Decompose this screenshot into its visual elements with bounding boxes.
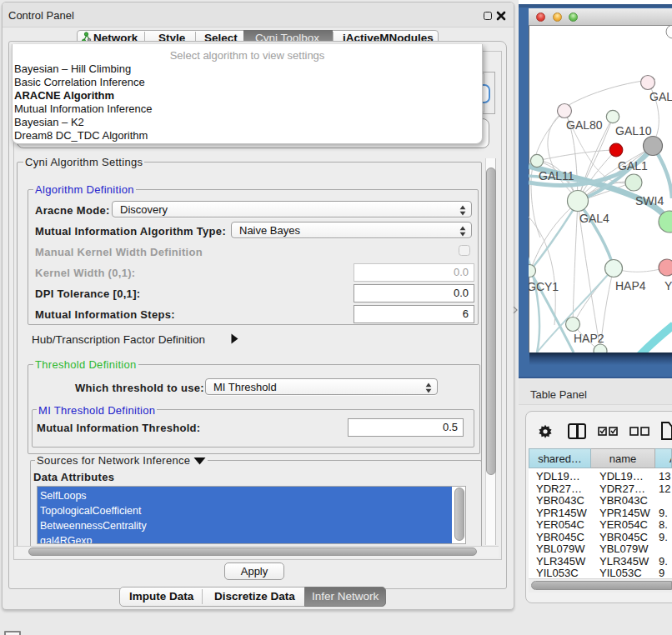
svg-text:GAL7: GAL7 <box>649 90 672 103</box>
svg-text:GAL1: GAL1 <box>618 159 648 172</box>
svg-text:GCY1: GCY1 <box>529 280 559 293</box>
svg-text:GAL80: GAL80 <box>566 118 603 132</box>
svg-text:HAP4: HAP4 <box>615 279 646 292</box>
svg-text:HAP2: HAP2 <box>574 332 604 345</box>
svg-text:SWI4: SWI4 <box>635 194 664 208</box>
svg-text:GAL11: GAL11 <box>539 169 574 182</box>
svg-text:GAL4: GAL4 <box>579 212 609 225</box>
svg-text:GAL10: GAL10 <box>615 124 652 138</box>
svg-text:Y: Y <box>664 279 672 292</box>
